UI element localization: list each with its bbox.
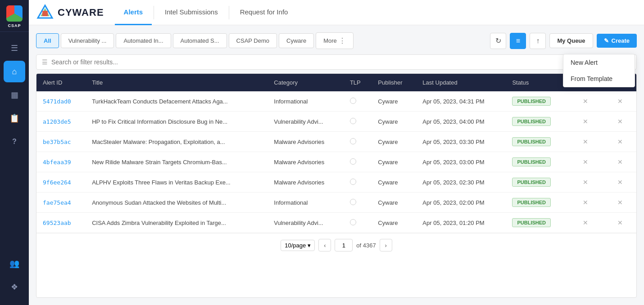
search-bar: ☰ [36,54,637,70]
cell-status: PUBLISHED [506,172,567,193]
cell-mobile[interactable]: ✕ [567,193,603,213]
chevron-down-icon: ▾ [308,242,311,249]
alert-id-link[interactable]: 9f6ee264 [43,179,71,186]
status-badge: PUBLISHED [512,157,551,166]
cell-mobile[interactable]: ✕ [567,152,603,172]
cell-mobile[interactable]: ✕ [567,213,603,233]
alert-id-link[interactable]: 4bfeaa39 [43,159,71,166]
cell-email[interactable]: ✕ [603,193,636,213]
email-x-icon[interactable]: ✕ [617,219,623,226]
sidebar-nav: ☰ ⌂ ▦ 📋 ? [4,32,25,253]
toolbar-right: ↻ ≡ ↑ My Queue ✎ Create [490,33,637,49]
sidebar-logo: CSAP [0,0,29,32]
mobile-x-icon[interactable]: ✕ [583,219,588,226]
cell-email[interactable]: ✕ [603,91,636,112]
cell-email[interactable]: ✕ [603,213,636,233]
alerts-table: Alert ID Title Category TLP Publisher La… [36,74,636,233]
sidebar: CSAP ☰ ⌂ ▦ 📋 ? 👥 ❖ [0,0,29,305]
filter-tab-cyware[interactable]: Cyware [279,33,314,48]
nav-tab-request-for-info[interactable]: Request for Info [231,0,297,25]
filter-tab-all[interactable]: All [36,33,59,48]
cell-publisher: Cyware [372,112,416,132]
sidebar-item-menu[interactable]: ☰ [4,37,25,59]
filter-tab-more[interactable]: More ⋮ [316,32,354,49]
cell-mobile[interactable]: ✕ [567,91,603,112]
sidebar-item-reports[interactable]: 📋 [4,108,25,129]
cell-mobile[interactable]: ✕ [567,132,603,152]
cell-status: PUBLISHED [506,193,567,213]
filter-tab-automated-in[interactable]: Automated In... [116,33,171,48]
mobile-x-icon[interactable]: ✕ [583,199,588,206]
brand-name: CYWARE [58,7,104,18]
cell-mobile[interactable]: ✕ [567,112,603,132]
status-badge: PUBLISHED [512,97,551,106]
export-button[interactable]: ↑ [530,33,546,49]
sidebar-item-cyware[interactable]: ❖ [4,276,25,298]
cell-email[interactable]: ✕ [603,152,636,172]
cell-category: Informational [268,91,344,112]
mobile-x-icon[interactable]: ✕ [583,158,588,166]
help-icon: ? [12,138,17,146]
col-tlp: TLP [344,74,372,91]
my-queue-button[interactable]: My Queue [549,33,593,48]
cell-email[interactable]: ✕ [603,132,636,152]
email-x-icon[interactable]: ✕ [617,179,623,186]
cell-status: PUBLISHED [506,132,567,152]
dashboard-icon: ▦ [11,90,18,100]
cell-alert-id: 69523aab [36,213,86,233]
mobile-x-icon[interactable]: ✕ [583,118,588,125]
prev-page-button[interactable]: ‹ [318,239,331,251]
table-row: a1203de5 HP to Fix Critical Information … [36,112,636,132]
cell-alert-id: a1203de5 [36,112,86,132]
filter-icon: ☰ [42,58,48,66]
sidebar-item-help[interactable]: ? [4,131,25,152]
refresh-button[interactable]: ↻ [490,33,506,49]
nav-tab-intel-submissions[interactable]: Intel Submissions [156,0,227,25]
svg-rect-2 [42,11,48,16]
email-x-icon[interactable]: ✕ [617,199,623,206]
list-view-button[interactable]: ≡ [510,33,526,49]
dropdown-new-alert[interactable]: New Alert [563,54,635,71]
mobile-x-icon[interactable]: ✕ [583,98,588,105]
email-x-icon[interactable]: ✕ [617,138,623,145]
dropdown-from-template[interactable]: From Template [563,71,635,87]
email-x-icon[interactable]: ✕ [617,118,623,125]
menu-icon: ☰ [11,43,18,53]
sidebar-item-users[interactable]: 👥 [4,253,25,274]
filter-tab-csap-demo[interactable]: CSAP Demo [229,33,277,48]
filter-tab-automated-s[interactable]: Automated S... [173,33,227,48]
alert-id-link[interactable]: fae75ea4 [43,199,71,206]
cell-publisher: Cyware [372,172,416,193]
cell-mobile[interactable]: ✕ [567,172,603,193]
cell-last-updated: Apr 05, 2023, 02:30 PM [416,172,506,193]
page-size-selector[interactable]: 10/page ▾ [281,240,315,251]
search-input[interactable] [51,58,631,66]
mobile-x-icon[interactable]: ✕ [583,138,588,145]
alert-id-link[interactable]: 5471dad0 [43,98,71,105]
page-number-input[interactable] [335,239,353,251]
cell-tlp [344,112,372,132]
nav-tab-alerts[interactable]: Alerts [115,0,152,25]
cell-alert-id: 5471dad0 [36,91,86,112]
alert-id-link[interactable]: a1203de5 [43,118,71,125]
email-x-icon[interactable]: ✕ [617,158,623,166]
reports-icon: 📋 [9,113,19,123]
next-page-button[interactable]: › [380,239,392,251]
cell-status: PUBLISHED [506,91,567,112]
alert-id-link[interactable]: be37b5ac [43,139,71,145]
mobile-x-icon[interactable]: ✕ [583,179,588,186]
cell-email[interactable]: ✕ [603,172,636,193]
sidebar-item-dashboard[interactable]: ▦ [4,84,25,106]
filter-tab-vulnerability[interactable]: Vulnerability ... [61,33,114,48]
create-button[interactable]: ✎ Create [597,34,637,48]
cell-category: Malware Advisories [268,152,344,172]
sidebar-item-home[interactable]: ⌂ [4,61,25,82]
nav-separator-1 [154,6,154,19]
status-badge: PUBLISHED [512,218,551,227]
cell-status: PUBLISHED [506,213,567,233]
cell-email[interactable]: ✕ [603,112,636,132]
cell-title: New Rilide Malware Strain Targets Chromi… [86,152,268,172]
email-x-icon[interactable]: ✕ [617,98,623,105]
alert-id-link[interactable]: 69523aab [43,220,71,226]
alerts-table-container: Alert ID Title Category TLP Publisher La… [36,73,637,298]
